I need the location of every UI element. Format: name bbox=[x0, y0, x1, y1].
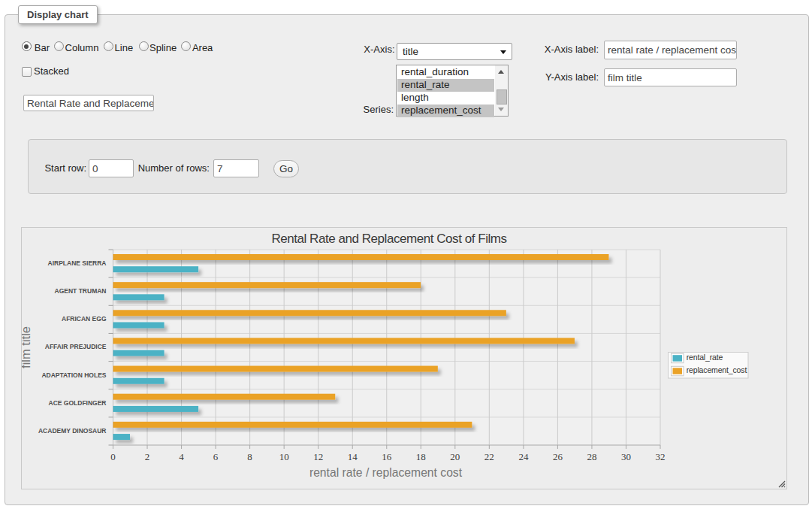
svg-text:0: 0 bbox=[110, 451, 116, 462]
svg-text:22: 22 bbox=[484, 451, 494, 462]
svg-text:AIRPLANE SIERRA: AIRPLANE SIERRA bbox=[48, 259, 107, 267]
svg-text:AFFAIR PREJUDICE: AFFAIR PREJUDICE bbox=[45, 343, 107, 350]
svg-text:6: 6 bbox=[213, 451, 219, 462]
svg-text:replacement_cost: replacement_cost bbox=[687, 365, 747, 374]
svg-text:film title: film title bbox=[22, 326, 32, 368]
svg-text:8: 8 bbox=[247, 451, 252, 462]
svg-text:24: 24 bbox=[518, 451, 529, 462]
svg-text:4: 4 bbox=[179, 451, 184, 462]
svg-text:2: 2 bbox=[145, 451, 150, 462]
svg-text:16: 16 bbox=[382, 451, 392, 462]
svg-text:ACE GOLDFINGER: ACE GOLDFINGER bbox=[49, 399, 107, 407]
svg-text:30: 30 bbox=[621, 451, 631, 462]
svg-text:14: 14 bbox=[348, 451, 358, 462]
svg-text:ACADEMY DINOSAUR: ACADEMY DINOSAUR bbox=[38, 427, 107, 435]
svg-text:26: 26 bbox=[553, 451, 563, 462]
svg-text:32: 32 bbox=[656, 451, 666, 462]
svg-text:20: 20 bbox=[450, 451, 460, 462]
svg-text:28: 28 bbox=[587, 451, 596, 462]
svg-text:rental rate / replacement cost: rental rate / replacement cost bbox=[309, 466, 463, 479]
svg-text:18: 18 bbox=[416, 451, 426, 462]
svg-text:12: 12 bbox=[313, 451, 323, 462]
svg-text:10: 10 bbox=[279, 451, 289, 462]
svg-text:Rental Rate and Replacement Co: Rental Rate and Replacement Cost of Film… bbox=[271, 232, 506, 246]
svg-text:AFRICAN EGG: AFRICAN EGG bbox=[62, 315, 107, 323]
svg-text:rental_rate: rental_rate bbox=[687, 353, 723, 362]
svg-text:AGENT TRUMAN: AGENT TRUMAN bbox=[55, 287, 107, 295]
svg-text:ADAPTATION HOLES: ADAPTATION HOLES bbox=[41, 371, 106, 379]
